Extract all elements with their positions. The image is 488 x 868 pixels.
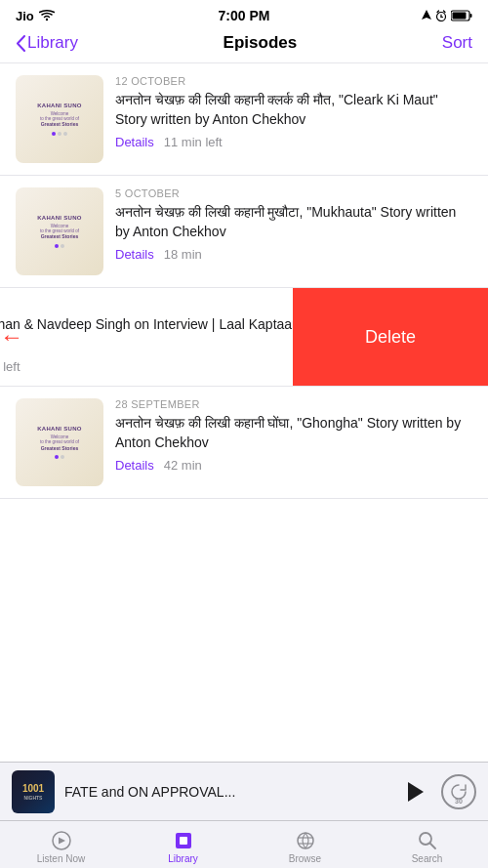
library-icon <box>173 830 194 851</box>
episode-date: 5 OCTOBER <box>115 187 472 199</box>
episode-footer: Details 11 min left <box>115 135 472 149</box>
episode-thumbnail: KAHANI SUNO Welcometo the great world of… <box>16 398 103 486</box>
thumb-stories: Greatest Stories <box>41 446 79 452</box>
episode-item: KAHANI SUNO Welcometo the great world of… <box>0 387 488 499</box>
svg-point-0 <box>46 19 48 21</box>
svg-rect-8 <box>470 14 472 18</box>
page-title: Episodes <box>224 33 298 53</box>
thumb-brand: KAHANI SUNO <box>37 215 82 222</box>
time-left: 11 min left <box>164 135 223 149</box>
sort-button[interactable]: Sort <box>442 33 472 53</box>
tab-listen-now[interactable]: Listen Now <box>0 826 122 864</box>
thumb-stories: Greatest Stories <box>41 122 79 128</box>
np-thumb-text: 1001 <box>22 783 44 794</box>
episode-item: KAHANI SUNO Welcometo the great world of… <box>0 176 488 288</box>
episode-footer: Details 42 min <box>115 458 472 473</box>
svg-rect-11 <box>180 837 187 845</box>
thumb-dot-inactive <box>58 132 61 136</box>
episode-item-swiped: 5 OCTOBER 67. Saif Ali Khan & Navdeep Si… <box>0 288 488 386</box>
svg-line-5 <box>444 11 446 13</box>
status-left: Jio <box>16 9 55 23</box>
nav-bar: Library Episodes Sort <box>0 27 488 63</box>
thumb-dot-inactive <box>61 455 64 459</box>
browse-icon <box>295 830 316 851</box>
time-left: 18 min <box>164 247 202 262</box>
episode-date: 12 OCTOBER <box>115 75 472 87</box>
np-thumb-sub: NIGHTS <box>24 795 43 801</box>
thumb-dot-active <box>55 455 59 459</box>
details-link[interactable]: Details <box>115 135 154 149</box>
delete-label: Delete <box>365 327 416 348</box>
tab-search[interactable]: Search <box>366 826 488 864</box>
thumb-dot-active <box>52 132 56 136</box>
thumb-welcome: Welcometo the great world of <box>40 434 79 445</box>
episode-content: 12 OCTOBER अनतोन चेखफ़ की लिखी कहानी क्ल… <box>115 75 472 149</box>
rewind-button[interactable]: 30 <box>441 774 476 809</box>
thumb-dot-active <box>55 244 59 248</box>
time-left: 2 min left <box>0 359 20 374</box>
back-button[interactable]: Library <box>16 33 78 53</box>
thumb-welcome: Welcometo the great world of <box>40 111 79 122</box>
thumb-dot-inactive <box>63 132 67 136</box>
svg-rect-7 <box>453 13 467 20</box>
battery-icon <box>451 10 472 21</box>
episode-item: KAHANI SUNO Welcometo the great world of… <box>0 63 488 176</box>
rewind-number: 30 <box>455 798 463 805</box>
now-playing-bar[interactable]: 1001 NIGHTS FATE and ON APPROVAL... 30 <box>0 762 488 820</box>
listen-now-icon <box>51 830 72 851</box>
episode-thumbnail: KAHANI SUNO Welcometo the great world of… <box>16 187 103 275</box>
status-right <box>422 10 472 21</box>
thumb-brand: KAHANI SUNO <box>37 103 82 109</box>
svg-line-16 <box>429 843 435 848</box>
episode-title: अनतोन चेखफ़ की लिखी कहानी घोंघा, "Ghongh… <box>115 414 472 452</box>
time-left: 42 min <box>164 458 202 473</box>
swipe-arrow-icon: ← <box>0 323 23 351</box>
details-link[interactable]: Details <box>115 458 154 473</box>
details-link[interactable]: Details <box>115 247 154 262</box>
wifi-icon <box>39 10 55 21</box>
thumb-stories: Greatest Stories <box>41 234 79 240</box>
tab-library[interactable]: Library <box>122 826 244 864</box>
thumb-dot-inactive <box>61 244 64 248</box>
episode-footer: Details 18 min <box>115 247 472 262</box>
carrier-label: Jio <box>16 9 34 23</box>
play-button[interactable] <box>400 776 431 807</box>
now-playing-title: FATE and ON APPROVAL... <box>64 784 390 800</box>
episode-title: अनतोन चेखफ़ की लिखी कहानी मुखौटा, "Mukha… <box>115 203 472 241</box>
tab-browse[interactable]: Browse <box>244 826 366 864</box>
play-icon <box>406 780 426 804</box>
svg-point-12 <box>298 833 313 848</box>
episode-date: 28 SEPTEMBER <box>115 398 472 410</box>
tab-label-listen-now: Listen Now <box>37 853 85 864</box>
now-playing-thumbnail: 1001 NIGHTS <box>12 770 55 813</box>
episodes-list: KAHANI SUNO Welcometo the great world of… <box>0 63 488 499</box>
status-bar: Jio 7:00 PM <box>0 0 488 27</box>
delete-button[interactable]: Delete <box>293 288 488 386</box>
thumb-brand: KAHANI SUNO <box>37 426 82 433</box>
episode-content: 5 OCTOBER अनतोन चेखफ़ की लिखी कहानी मुखौ… <box>115 187 472 262</box>
status-time: 7:00 PM <box>219 8 270 23</box>
tab-bar: Listen Now Library Browse Search <box>0 820 488 868</box>
back-label: Library <box>27 33 78 53</box>
search-icon <box>417 830 438 851</box>
location-icon <box>422 10 431 21</box>
tab-label-library: Library <box>168 853 198 864</box>
tab-label-search: Search <box>412 853 443 864</box>
tab-label-browse: Browse <box>289 853 321 864</box>
episode-swipe-container: ← 5 OCTOBER 67. Saif Ali Khan & Navdeep … <box>0 288 488 387</box>
episode-content: 28 SEPTEMBER अनतोन चेखफ़ की लिखी कहानी घ… <box>115 398 472 473</box>
alarm-icon <box>435 10 447 21</box>
chevron-left-icon <box>16 35 25 52</box>
thumb-welcome: Welcometo the great world of <box>40 224 79 234</box>
svg-line-4 <box>437 11 439 13</box>
episode-thumbnail: KAHANI SUNO Welcometo the great world of… <box>16 75 103 163</box>
episode-title: अनतोन चेखफ़ की लिखी कहानी क्लर्क की मौत,… <box>115 91 472 129</box>
